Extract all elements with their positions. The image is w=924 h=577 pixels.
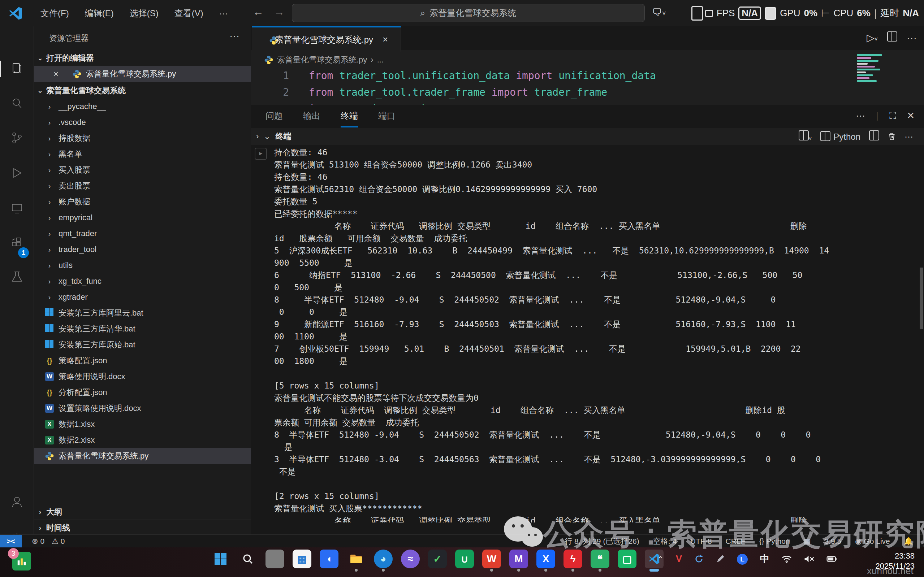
panel-more-icon[interactable]: ···	[856, 110, 865, 121]
cursor-position[interactable]: 行 8, 列 29 (已选择26)	[564, 535, 639, 548]
wifi-icon[interactable]	[782, 554, 792, 563]
tree-item-安装第三方库原始.bat[interactable]: 安装第三方库原始.bat	[34, 337, 251, 353]
tree-item-empyrical[interactable]: ›empyrical	[34, 210, 251, 226]
tree-item-买入股票[interactable]: ›买入股票	[34, 162, 251, 178]
run-python-button[interactable]: ▷˅	[867, 32, 878, 44]
close-icon[interactable]: ×	[51, 69, 61, 79]
tree-item-utils[interactable]: ›utils	[34, 258, 251, 273]
open-editor-item[interactable]: × 索普量化雪球交易系统.py	[34, 66, 251, 82]
taskbar-icon-store[interactable]: ▦	[293, 550, 311, 568]
new-terminal-icon[interactable]	[869, 131, 879, 143]
tree-item-黑名单[interactable]: ›黑名单	[34, 146, 251, 162]
menu-item-2[interactable]: 选择(S)	[122, 0, 166, 26]
breadcrumb[interactable]: 索普量化雪球交易系统.py › ...	[264, 52, 384, 68]
tree-item-xgtrader[interactable]: ›xgtrader	[34, 289, 251, 305]
menu-item-4[interactable]: ···	[211, 0, 236, 26]
indentation[interactable]: 空格: 4	[653, 535, 677, 548]
tree-item-设置策略使用说明.docx[interactable]: W设置策略使用说明.docx	[34, 400, 251, 416]
bell-icon[interactable]: 🔔	[904, 535, 913, 548]
problems-status[interactable]: ⊗ 0 ⚠ 0	[32, 535, 65, 548]
tray-expand-icon[interactable]: ⌃	[658, 554, 664, 563]
more-actions-icon[interactable]: ···	[907, 32, 917, 44]
python-interpreter[interactable]: 3.9.5	[825, 535, 842, 548]
search-icon[interactable]	[9, 95, 25, 112]
tray-red-app-icon[interactable]: V	[676, 553, 682, 564]
panel-tab-端口[interactable]: 端口	[378, 105, 395, 128]
taskbar-icon-purple-app[interactable]: ≈	[401, 550, 420, 568]
go-live-button[interactable]: ◉ Go Live	[855, 535, 890, 548]
copilot-icon[interactable]: 🗨˅	[652, 6, 666, 18]
remote-explorer-icon[interactable]	[9, 201, 25, 218]
tab-close-icon[interactable]: ×	[382, 34, 388, 45]
terminal-more-icon[interactable]: ···	[905, 131, 913, 142]
command-center-search[interactable]: ⌕ 索普量化雪球交易系统	[292, 4, 645, 22]
eol-sequence[interactable]: CRLF	[726, 535, 745, 548]
remote-indicator[interactable]: ><	[0, 535, 22, 548]
chevron-down-icon[interactable]: ⌄	[264, 132, 270, 141]
files-icon[interactable]	[9, 61, 25, 77]
taskbar-icon-wps[interactable]: W	[482, 550, 501, 568]
timeline-section[interactable]: › 时间线	[34, 520, 251, 534]
taskbar-icon-quark-browser[interactable]: ◖	[320, 550, 339, 568]
nav-forward-icon[interactable]: →	[274, 6, 285, 18]
tree-item-数据1.xlsx[interactable]: X数据1.xlsx	[34, 416, 251, 432]
tree-item-qmt_trader[interactable]: ›qmt_trader	[34, 226, 251, 242]
tray-pen-icon[interactable]	[716, 554, 725, 563]
run-debug-icon[interactable]	[9, 165, 25, 182]
taskbar-icon-start[interactable]	[211, 550, 230, 568]
account-icon[interactable]	[9, 494, 25, 511]
source-control-icon[interactable]	[9, 130, 25, 147]
chevron-right-icon[interactable]: ›	[256, 132, 259, 141]
tree-item-xg_tdx_func[interactable]: ›xg_tdx_func	[34, 273, 251, 289]
panel-tab-终端[interactable]: 终端	[340, 105, 358, 128]
outline-section[interactable]: › 大纲	[34, 504, 251, 520]
taskbar-icon-m-app[interactable]: M	[509, 550, 528, 568]
workspace-root-section[interactable]: ⌄ 索普量化雪球交易系统	[34, 83, 251, 98]
tree-item-.vscode[interactable]: ›.vscode	[34, 114, 251, 131]
tree-item-账户数据[interactable]: ›账户数据	[34, 194, 251, 210]
split-terminal-icon[interactable]: ˅	[799, 131, 812, 143]
testing-icon[interactable]	[9, 269, 25, 285]
split-editor-icon[interactable]	[887, 31, 897, 44]
tree-item-安装第三方库阿里云.bat[interactable]: 安装第三方库阿里云.bat	[34, 305, 251, 321]
tree-item-trader_tool[interactable]: ›trader_tool	[34, 242, 251, 258]
tree-item-策略使用说明.docx[interactable]: W策略使用说明.docx	[34, 369, 251, 385]
menu-item-3[interactable]: 查看(V)	[166, 0, 211, 26]
encoding[interactable]: UTF-8	[690, 535, 712, 548]
tray-l-app-icon[interactable]: L	[737, 553, 748, 565]
taskbar-icon-x-app[interactable]: X	[536, 550, 555, 568]
nav-back-icon[interactable]: ←	[253, 6, 264, 18]
tree-item-索普量化雪球交易系统.py[interactable]: 索普量化雪球交易系统.py	[34, 448, 251, 464]
menu-item-1[interactable]: 编辑(E)	[77, 0, 122, 26]
volume-muted-icon[interactable]	[804, 554, 814, 563]
tree-item-卖出股票[interactable]: ›卖出股票	[34, 178, 251, 194]
tree-item-持股数据[interactable]: ›持股数据	[34, 131, 251, 146]
taskbar-icon-chat-app[interactable]: ▢	[618, 550, 637, 568]
tree-item-策略配置.json[interactable]: {}策略配置.json	[34, 353, 251, 369]
sidebar-more-icon[interactable]: ···	[229, 30, 239, 42]
trash-icon[interactable]	[888, 132, 896, 141]
taskbar-icon-file-explorer[interactable]	[347, 550, 366, 568]
close-panel-icon[interactable]: ✕	[907, 110, 914, 121]
tab-active-file[interactable]: 索普量化雪球交易系统.py ×	[252, 26, 401, 52]
panel-tab-问题[interactable]: 问题	[266, 105, 283, 128]
terminal-profile[interactable]: Python	[820, 131, 860, 142]
taskbar-icon-green-u-app[interactable]: ∪	[455, 550, 474, 568]
battery-icon[interactable]	[826, 554, 837, 563]
taskbar-icon-task-view[interactable]	[266, 550, 284, 568]
tree-item-__pycache__[interactable]: ›__pycache__	[34, 98, 251, 114]
ime-indicator[interactable]: 中	[760, 553, 769, 565]
taskbar-icon-search[interactable]	[239, 550, 257, 568]
tray-sync-icon[interactable]	[694, 554, 704, 564]
taskbar-icon-lightning-app[interactable]: ϟ	[563, 550, 582, 568]
tree-item-分析配置.json[interactable]: {}分析配置.json	[34, 385, 251, 400]
taskbar-icon-edge-browser[interactable]: ◕	[374, 550, 393, 568]
taskbar-icon-dark-app[interactable]: ✓	[428, 550, 447, 568]
open-editors-section[interactable]: ⌄ 打开的编辑器	[34, 50, 251, 66]
language-mode[interactable]: {} Python	[759, 535, 790, 548]
maximize-panel-icon[interactable]: ⛶	[889, 110, 896, 121]
terminal-scrollbar[interactable]	[920, 268, 923, 329]
menu-item-0[interactable]: 文件(F)	[32, 0, 77, 26]
panel-tab-输出[interactable]: 输出	[303, 105, 320, 128]
tree-item-数据2.xlsx[interactable]: X数据2.xlsx	[34, 432, 251, 448]
